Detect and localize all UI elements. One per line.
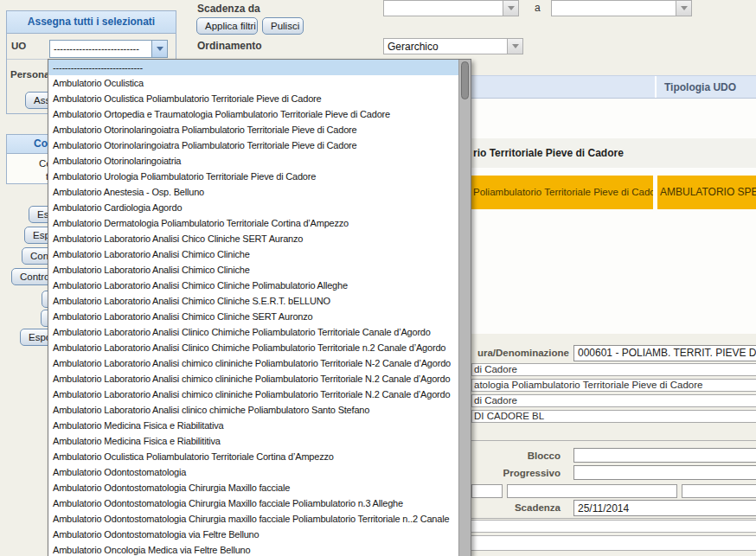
- app-screen: { "assign_panel": { "title": "Assegna tu…: [0, 0, 756, 556]
- chevron-down-icon: [512, 44, 519, 48]
- empty-form-row-2: [471, 535, 756, 551]
- date-to-combobox[interactable]: [551, 0, 692, 16]
- blocco-input[interactable]: [573, 448, 756, 463]
- date-from-arrow-button[interactable]: [503, 1, 518, 16]
- empty-form-row-1: [471, 520, 756, 533]
- dropdown-option[interactable]: Ambulatorio Anestesia - Osp. Belluno: [48, 184, 458, 200]
- column-divider: [655, 76, 657, 98]
- scadenza-input[interactable]: 25/11/2014: [573, 500, 756, 516]
- results-table-header: Tipologia UDO: [471, 75, 756, 99]
- dropdown-option[interactable]: Ambulatorio Medicina Fisica e Riabilitat…: [48, 418, 458, 433]
- progressivo-label: Progressivo: [471, 468, 561, 478]
- dropdown-option[interactable]: Ambulatorio Odontostomatologia: [48, 464, 458, 480]
- chevron-down-icon: [157, 47, 163, 51]
- dropdown-option[interactable]: Ambulatorio Oncologia Medica via Feltre …: [48, 542, 458, 556]
- dropdown-option[interactable]: Ambulatorio Laboratorio Analisi Chimico …: [48, 309, 458, 324]
- dropdown-option[interactable]: Ambulatorio Oculistica: [48, 75, 458, 91]
- dropdown-option[interactable]: Ambulatorio Odontostomatologia Chirurgia…: [48, 495, 458, 511]
- date-range-a-label: a: [535, 2, 541, 14]
- dropdown-option[interactable]: Ambulatorio Oculistica Poliambulatorio T…: [48, 449, 458, 464]
- dropdown-option[interactable]: Ambulatorio Otorinolaringoiatria: [48, 153, 458, 169]
- group-title: rio Territoriale Pieve di Cadore: [471, 138, 756, 168]
- dropdown-option[interactable]: Ambulatorio Laboratorio Analisi chimico …: [48, 387, 458, 402]
- dropdown-option[interactable]: Ambulatorio Laboratorio Analisi Chimico …: [48, 246, 458, 262]
- ordinamento-label: Ordinamento: [197, 40, 262, 52]
- uo-combobox-arrow-button[interactable]: [151, 41, 167, 57]
- scadenza-label: Scadenza: [471, 502, 561, 513]
- form-section-divider: [471, 440, 756, 441]
- chevron-down-icon: [681, 6, 688, 10]
- uo-combobox[interactable]: ---------------------------: [49, 40, 168, 58]
- detail-row: atologia Poliambulatorio Territoriale Pi…: [471, 379, 756, 392]
- dropdown-option[interactable]: ------------------------------: [48, 60, 458, 75]
- tipologia-cell: AMBULATORIO SPEC: [660, 176, 756, 209]
- blocco-label: Blocco: [471, 451, 561, 461]
- uo-dropdown-options: ------------------------------Ambulatori…: [48, 60, 458, 556]
- dropdown-option[interactable]: Ambulatorio Laboratorio Analisi Clinico …: [48, 324, 458, 340]
- chevron-down-icon: [508, 6, 515, 10]
- uo-label: UO: [11, 41, 26, 51]
- uo-combobox-value: ---------------------------: [50, 41, 151, 57]
- small-cell-3[interactable]: [682, 484, 756, 498]
- dropdown-option[interactable]: Ambulatorio Odontostomatologia Chirurgia…: [48, 480, 458, 495]
- dropdown-option[interactable]: Ambulatorio Urologia Poliambulatorio Ter…: [48, 169, 458, 184]
- dropdown-option[interactable]: Ambulatorio Laboratorio Analisi Chimico …: [48, 278, 458, 293]
- dropdown-option[interactable]: Ambulatorio Laboratorio Analisi Chimico …: [48, 293, 458, 309]
- dropdown-option[interactable]: Ambulatorio Dermatologia Poliambulatorio…: [48, 215, 458, 231]
- denominazione-label: ura/Denominazione: [471, 348, 569, 358]
- detail-row: DI CADORE BL: [471, 410, 756, 423]
- dropdown-option[interactable]: Ambulatorio Odontostomatologia via Feltr…: [48, 527, 458, 542]
- small-cell-1[interactable]: [471, 484, 503, 498]
- denominazione-input[interactable]: 000601 - POLIAMB. TERRIT. PIEVE DI C.: [573, 345, 756, 361]
- date-to-value: [552, 1, 676, 16]
- dropdown-option[interactable]: Ambulatorio Cardiologia Agordo: [48, 200, 458, 215]
- dropdown-option[interactable]: Ambulatorio Laboratorio Analisi Chico Cl…: [48, 231, 458, 246]
- assign-panel-title: Assegna tutti i selezionati: [7, 11, 176, 34]
- dropdown-option[interactable]: Ambulatorio Laboratorio Analisi chimico …: [48, 355, 458, 371]
- dropdown-option[interactable]: Ambulatorio Laboratorio Analisi chimico …: [48, 371, 458, 387]
- dropdown-option[interactable]: Ambulatorio Laboratorio Analisi clinico …: [48, 402, 458, 418]
- detail-row: di Cadore: [471, 363, 756, 376]
- selected-result-row[interactable]: Poliambulatorio Territoriale Pieve di Ca…: [471, 176, 756, 209]
- dropdown-option[interactable]: Ambulatorio Ortopedia e Traumatologia Po…: [48, 106, 458, 122]
- dropdown-option[interactable]: Ambulatorio Otorinolaringoiatra Poliambu…: [48, 122, 458, 137]
- detail-row: di Cadore: [471, 394, 756, 407]
- dropdown-option[interactable]: Ambulatorio Odontostomatologia Chirurgia…: [48, 511, 458, 527]
- results-table-body-background: [471, 209, 756, 334]
- uo-dropdown-list: ------------------------------Ambulatori…: [48, 59, 471, 556]
- dropdown-scrollbar-thumb[interactable]: [461, 61, 469, 99]
- dropdown-option[interactable]: Ambulatorio Medicina Fisica e Riabilitit…: [48, 433, 458, 449]
- ordinamento-arrow-button[interactable]: [507, 39, 522, 54]
- dropdown-scrollbar[interactable]: [458, 60, 471, 556]
- persona-label: Persona: [10, 69, 49, 80]
- date-to-arrow-button[interactable]: [676, 1, 691, 16]
- ordinamento-value: Gerarchico: [384, 39, 507, 54]
- small-cell-2[interactable]: [507, 484, 677, 498]
- results-table-gap: [471, 168, 756, 176]
- tipologia-udo-column-header[interactable]: Tipologia UDO: [664, 76, 736, 99]
- dropdown-option[interactable]: Ambulatorio Oculistica Poliambulatorio T…: [48, 91, 458, 106]
- dropdown-option[interactable]: Ambulatorio Otorinolaringoiatra Poliambu…: [48, 137, 458, 153]
- scadenza-da-label: Scadenza da: [197, 3, 260, 15]
- cell-divider: [653, 176, 657, 209]
- dropdown-option[interactable]: Ambulatorio Laboratorio Analisi Clinico …: [48, 340, 458, 355]
- form-divider: [471, 518, 756, 519]
- applica-filtri-button[interactable]: Applica filtri: [196, 17, 258, 35]
- results-table-empty-band: [471, 99, 756, 138]
- date-from-combobox[interactable]: [383, 0, 519, 16]
- ordinamento-select[interactable]: Gerarchico: [383, 38, 523, 54]
- pulisci-button[interactable]: Pulisci: [262, 17, 304, 35]
- date-from-value: [384, 1, 503, 16]
- denominazione-cell: Poliambulatorio Territoriale Pieve di Ca…: [471, 176, 653, 209]
- progressivo-input[interactable]: [573, 465, 756, 480]
- detail-rows: di Cadoreatologia Poliambulatorio Territ…: [471, 363, 756, 425]
- dropdown-option[interactable]: Ambulatorio Laboratorio Analisi Chimico …: [48, 262, 458, 278]
